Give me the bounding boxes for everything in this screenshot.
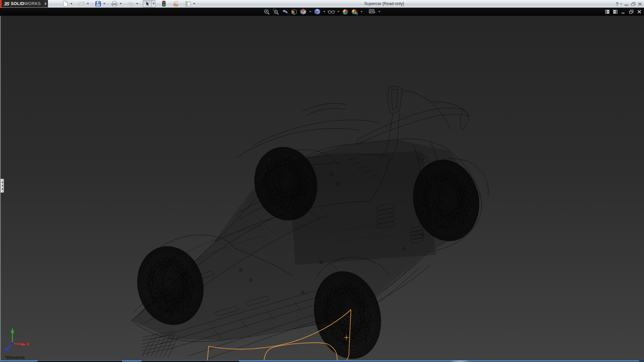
taskbar-button-segment[interactable] [142, 361, 239, 362]
previous-view-button[interactable] [281, 8, 289, 15]
close-icon [638, 2, 642, 6]
hide-show-items-dropdown[interactable] [337, 8, 340, 15]
help-dropdown[interactable] [621, 3, 622, 4]
view-orientation-cube-icon [300, 8, 307, 15]
doc-restore-button[interactable] [629, 10, 634, 14]
save-dropdown[interactable] [102, 0, 106, 7]
chevron-down-icon [323, 11, 325, 12]
view-settings-dropdown[interactable] [378, 8, 381, 15]
taskbar-button-segment[interactable] [38, 361, 122, 362]
show-right-pane-icon [613, 10, 618, 14]
apply-scene-button[interactable] [351, 8, 358, 15]
print-dropdown[interactable] [119, 0, 122, 7]
section-view-icon [291, 9, 298, 15]
chevron-down-icon [309, 11, 311, 12]
chevron-down-icon [103, 3, 105, 4]
chevron-down-icon [620, 3, 622, 4]
chevron-down-icon [153, 3, 155, 4]
chevron-down-icon [378, 11, 380, 12]
apply-scene-dropdown[interactable] [360, 8, 363, 15]
app-window-controls: ? [615, 0, 642, 8]
file-properties-icon [173, 1, 179, 7]
close-icon [637, 10, 641, 14]
document-title: Supercar [Read-only] [364, 1, 404, 6]
app-restore-button[interactable] [631, 2, 636, 6]
edit-appearance-button[interactable] [342, 8, 349, 15]
chevron-down-icon [70, 3, 72, 4]
open-document-dropdown[interactable] [86, 0, 90, 7]
hide-show-items-glasses-icon [328, 9, 335, 14]
graphics-area[interactable]: *Dimetric [0, 16, 644, 360]
collapse-arrow-icon [2, 181, 3, 183]
apply-scene-sphere-icon [351, 9, 358, 15]
select-tool-dropdown[interactable] [152, 0, 155, 7]
view-orientation-button[interactable] [300, 8, 307, 15]
show-right-pane-button[interactable] [613, 10, 618, 14]
chevron-down-icon [120, 3, 122, 4]
rebuild-button[interactable] [160, 0, 167, 7]
logo-red-stripe [0, 0, 2, 7]
show-desktop-button[interactable] [639, 360, 644, 362]
options-icon [185, 1, 191, 7]
undo-button[interactable] [127, 0, 135, 7]
collapse-arrow-icon [2, 185, 3, 187]
file-properties-button[interactable] [172, 0, 179, 7]
doc-close-button[interactable] [637, 10, 641, 14]
new-document-dropdown[interactable] [69, 0, 73, 7]
standard-toolbar [61, 0, 196, 7]
wireframe-car-model[interactable] [0, 16, 644, 360]
brand-name: SOLIDWORKS [11, 1, 41, 6]
previous-view-icon [281, 9, 288, 15]
document-window-controls [605, 8, 641, 16]
options-button[interactable] [184, 0, 192, 7]
doc-minimize-button[interactable] [621, 10, 625, 14]
title-bar: 3S SOLIDWORKS [0, 0, 644, 8]
display-style-dropdown[interactable] [323, 8, 326, 15]
viewport-header [0, 8, 644, 16]
restore-icon [629, 10, 634, 14]
solidworks-logo: 3S SOLIDWORKS [0, 0, 44, 7]
orientation-triad-icon [1, 326, 30, 356]
undo-arrow-icon [128, 1, 134, 6]
open-document-button[interactable] [78, 0, 85, 7]
options-dropdown[interactable] [192, 0, 196, 7]
open-folder-icon [78, 1, 85, 6]
zoom-to-area-button[interactable] [272, 8, 280, 15]
new-document-button[interactable] [61, 0, 69, 7]
help-button[interactable]: ? [615, 1, 619, 7]
brand-name-works: WORKS [24, 1, 41, 6]
display-style-cube-icon [314, 8, 321, 15]
section-view-button[interactable] [290, 8, 298, 15]
app-close-button[interactable] [638, 2, 642, 6]
save-button[interactable] [94, 0, 102, 7]
taskbar-highlight [449, 360, 471, 362]
zoom-to-fit-button[interactable] [263, 8, 271, 15]
print-button[interactable] [111, 0, 118, 7]
edit-appearance-sphere-icon [342, 9, 348, 15]
show-left-pane-button[interactable] [605, 10, 609, 14]
feature-manager-splitter-tab[interactable] [1, 179, 4, 193]
dassault-systemes-logo-icon: 3S [4, 1, 9, 6]
display-style-button[interactable] [314, 8, 321, 15]
view-orientation-label: *Dimetric [5, 355, 25, 360]
collapse-arrow-icon [2, 188, 3, 190]
view-orientation-dropdown[interactable] [309, 8, 312, 15]
select-tool-button[interactable] [143, 0, 152, 7]
menu-expand-button[interactable] [44, 0, 48, 7]
zoom-to-area-icon [273, 9, 279, 15]
undo-dropdown[interactable] [135, 0, 139, 7]
select-cursor-icon [145, 1, 150, 7]
save-floppy-icon [95, 1, 101, 7]
heads-up-view-toolbar [263, 8, 381, 15]
view-settings-button[interactable] [369, 8, 376, 15]
minimize-icon [625, 2, 629, 6]
chevron-down-icon [87, 3, 89, 4]
restore-icon [631, 2, 636, 6]
chevron-down-icon [337, 11, 339, 12]
app-minimize-button[interactable] [625, 2, 629, 6]
print-icon [111, 1, 117, 7]
hide-show-items-button[interactable] [328, 8, 335, 15]
windows-taskbar[interactable] [0, 360, 644, 362]
chevron-down-icon [193, 3, 195, 4]
rebuild-traffic-light-icon [162, 1, 166, 7]
